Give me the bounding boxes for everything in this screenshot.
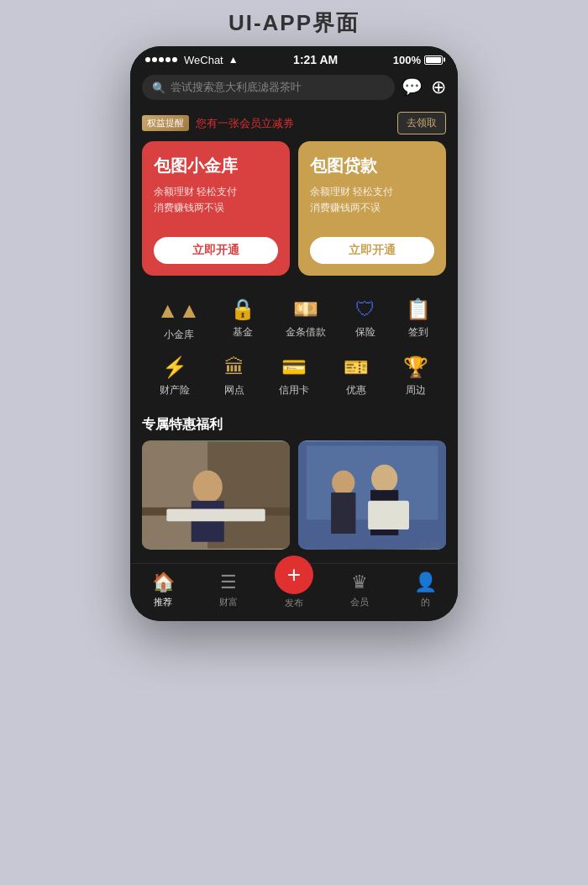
dot-4 [165, 57, 171, 62]
tab-mine[interactable]: 👤 的 [392, 572, 458, 608]
dot-5 [172, 57, 177, 62]
card-loan[interactable]: 包图贷款 余额理财 轻松支付 消费赚钱两不误 立即开通 [298, 141, 446, 276]
publish-button[interactable]: + [275, 556, 313, 594]
tab-home-label: 推荐 [154, 596, 172, 608]
photo-row [130, 440, 458, 563]
battery-fill [426, 57, 441, 63]
icon-periphery[interactable]: 🏆 周边 [403, 356, 428, 398]
status-time: 1:21 AM [293, 53, 338, 66]
card-red-title: 包图小金库 [154, 155, 278, 177]
card-red-desc: 余额理财 轻松支付 消费赚钱两不误 [154, 184, 278, 230]
cards-row: 包图小金库 余额理财 轻松支付 消费赚钱两不误 立即开通 包图贷款 余额理财 轻… [130, 141, 458, 287]
xiaojinku-icon: ▲▲ [157, 298, 200, 324]
gold-icon: 💴 [293, 298, 318, 321]
periphery-icon: 🏆 [403, 356, 428, 379]
promo-tag: 权益提醒 [142, 115, 189, 131]
icon-signin[interactable]: 📋 签到 [406, 298, 431, 342]
icon-insurance[interactable]: 🛡 保险 [355, 298, 375, 342]
insurance-icon: 🛡 [355, 298, 375, 321]
phone-frame: WeChat ▲ 1:21 AM 100% 🔍 尝试搜索意大利底滤器茶叶 💬 ⊕ [130, 46, 458, 621]
page-title: UI-APP界面 [228, 8, 360, 38]
fund-icon: 🔒 [230, 298, 255, 321]
svg-rect-6 [166, 509, 265, 522]
icon-row-1: ▲▲ 小金库 🔒 基金 💴 金条借款 🛡 保险 📋 签到 [142, 298, 446, 342]
status-bar: WeChat ▲ 1:21 AM 100% [130, 46, 458, 70]
battery-icon [424, 55, 443, 65]
icon-row-2: ⚡ 财产险 🏛 网点 💳 信用卡 🎫 优惠 🏆 周边 [142, 356, 446, 398]
property-label: 财产险 [160, 383, 190, 398]
battery-percent: 100% [393, 54, 421, 66]
tab-member[interactable]: ♛ 会员 [327, 572, 392, 608]
signal-dots [145, 57, 177, 62]
tab-mine-label: 的 [421, 596, 430, 608]
tab-wealth-label: 财富 [219, 596, 238, 608]
branch-icon: 🏛 [224, 356, 244, 379]
publish-icon: + [287, 563, 301, 587]
xiaojinku-label: 小金库 [164, 328, 194, 342]
card-gold-desc: 余额理财 轻松支付 消费赚钱两不误 [310, 184, 434, 230]
add-icon[interactable]: ⊕ [431, 76, 446, 98]
tab-publish-label: 发布 [285, 597, 303, 609]
tab-bar: 🏠 推荐 ☰ 财富 + 发布 ♛ 会员 👤 的 [130, 563, 458, 621]
photo-office[interactable] [142, 440, 290, 550]
gold-label: 金条借款 [286, 325, 326, 340]
promo-before: 您有一张 [196, 117, 239, 129]
signin-icon: 📋 [406, 298, 431, 321]
section-title: 专属特惠福利 [130, 408, 458, 440]
signin-label: 签到 [408, 325, 428, 340]
tab-wealth[interactable]: ☰ 财富 [196, 572, 261, 608]
photo-meeting[interactable] [298, 440, 446, 550]
office-image [142, 440, 290, 550]
periphery-label: 周边 [406, 383, 426, 398]
tab-publish[interactable]: + 发布 [261, 571, 327, 609]
icon-discount[interactable]: 🎫 优惠 [344, 356, 369, 398]
promo-btn[interactable]: 去领取 [397, 112, 446, 134]
search-area: 🔍 尝试搜索意大利底滤器茶叶 💬 ⊕ [130, 70, 458, 107]
creditcard-icon: 💳 [281, 356, 307, 379]
card-gold-title: 包图贷款 [310, 155, 434, 177]
search-placeholder: 尝试搜索意大利底滤器茶叶 [171, 80, 302, 95]
search-actions: 💬 ⊕ [402, 76, 446, 98]
svg-point-10 [332, 471, 354, 495]
insurance-label: 保险 [355, 325, 375, 340]
dot-3 [159, 57, 164, 62]
icon-xiaojinku[interactable]: ▲▲ 小金库 [157, 298, 200, 342]
carrier-label: WeChat [184, 54, 223, 66]
meeting-svg [298, 440, 446, 550]
search-icon: 🔍 [152, 82, 165, 94]
card-red-button[interactable]: 立即开通 [154, 237, 278, 264]
search-box[interactable]: 🔍 尝试搜索意大利底滤器茶叶 [142, 75, 395, 100]
svg-rect-14 [368, 501, 409, 529]
wifi-icon: ▲ [228, 54, 239, 66]
icon-gold[interactable]: 💴 金条借款 [286, 298, 326, 342]
tab-member-label: 会员 [350, 596, 369, 608]
office-svg [142, 440, 290, 550]
dot-1 [145, 57, 150, 62]
wealth-icon: ☰ [220, 572, 237, 593]
creditcard-label: 信用卡 [279, 383, 309, 398]
svg-rect-11 [331, 493, 355, 534]
promo-highlight: 会员立减券 [239, 117, 294, 129]
discount-icon: 🎫 [344, 356, 369, 379]
page-wrapper: UI-APP界面 WeChat ▲ 1:21 AM 100% [0, 0, 588, 885]
svg-point-12 [371, 465, 397, 493]
icon-fund[interactable]: 🔒 基金 [230, 298, 255, 342]
tab-home[interactable]: 🏠 推荐 [130, 572, 196, 608]
card-gold-button[interactable]: 立即开通 [310, 237, 434, 264]
discount-label: 优惠 [346, 383, 366, 398]
member-icon: ♛ [351, 572, 368, 593]
icon-branch[interactable]: 🏛 网点 [224, 356, 244, 398]
fund-label: 基金 [233, 325, 253, 340]
dot-2 [152, 57, 157, 62]
promo-banner: 权益提醒 您有一张会员立减券 去领取 [130, 107, 458, 141]
message-icon[interactable]: 💬 [402, 76, 423, 98]
property-icon: ⚡ [162, 356, 187, 379]
watermark: 图网 [419, 539, 441, 554]
icon-property[interactable]: ⚡ 财产险 [160, 356, 190, 398]
status-left: WeChat ▲ [145, 54, 239, 66]
mine-icon: 👤 [414, 572, 437, 593]
card-xiaojinku[interactable]: 包图小金库 余额理财 轻松支付 消费赚钱两不误 立即开通 [142, 141, 290, 276]
icon-grid: ▲▲ 小金库 🔒 基金 💴 金条借款 🛡 保险 📋 签到 [130, 287, 458, 408]
icon-creditcard[interactable]: 💳 信用卡 [279, 356, 309, 398]
home-icon: 🏠 [152, 572, 175, 593]
